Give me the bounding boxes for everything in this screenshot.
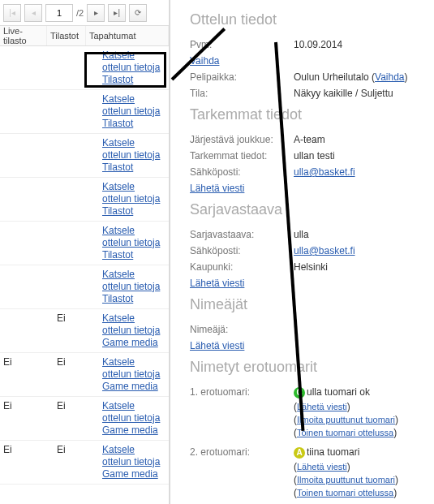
ref2-name: tiina tuomari xyxy=(307,446,359,458)
tilastot-link[interactable]: Tilastot xyxy=(102,162,165,174)
sahkoposti2-label: Sähköposti: xyxy=(190,243,294,259)
cell-live: Ei xyxy=(0,397,54,440)
vaihda-paikka-link[interactable]: Vaihda xyxy=(375,71,404,83)
pager-page-input[interactable] xyxy=(45,4,73,22)
ref2-laheta-link[interactable]: Lähetä viesti xyxy=(297,462,347,472)
cell-actions: Katsele ottelun tietojaTilastot xyxy=(99,222,169,265)
ref1-ilmoita-link[interactable]: Ilmoita puuttunut tuomari xyxy=(297,415,395,424)
cell-tilastot xyxy=(54,178,99,221)
laheta1-link[interactable]: Lähetä viesti xyxy=(190,183,244,194)
tilastot-link[interactable]: Tilastot xyxy=(102,74,165,86)
section-nimeajat: Nimeäjät xyxy=(190,296,426,313)
pager-total: /2 xyxy=(76,8,84,18)
tilastot-link[interactable]: Tilastot xyxy=(102,118,165,130)
table-row: EiEiKatsele ottelun tietojaGame media xyxy=(0,353,169,397)
pelipaikka-value: Oulun Urheilutalo xyxy=(294,71,369,83)
sahkoposti1-link[interactable]: ulla@basket.fi xyxy=(294,166,355,178)
table-body: Katsele ottelun tietojaTilastotKatsele o… xyxy=(0,46,169,485)
pager-refresh-icon[interactable]: ⟳ xyxy=(129,4,147,22)
cell-live xyxy=(0,46,54,89)
tilastot-link[interactable]: Tilastot xyxy=(102,205,165,218)
pager-prev-icon[interactable]: ◂ xyxy=(24,4,42,22)
ref2-ilmoita-link[interactable]: Ilmoita puuttunut tuomari xyxy=(297,475,395,485)
col-tilastot[interactable]: Tilastot xyxy=(47,26,86,45)
pvm-value: 10.09.2014 xyxy=(294,37,426,53)
cell-tilastot xyxy=(54,90,99,133)
nimeaja-label: Nimeäjä: xyxy=(190,321,294,338)
katsele-link[interactable]: Katsele ottelun tietoja xyxy=(102,181,165,205)
pager-last-icon[interactable]: ▸| xyxy=(108,4,126,22)
pager-first-icon[interactable]: |◂ xyxy=(3,4,21,22)
table-row: Katsele ottelun tietojaTilastot xyxy=(0,90,169,134)
ref1-name: ulla tuomari ok xyxy=(307,386,370,398)
katsele-link[interactable]: Katsele ottelun tietoja xyxy=(102,356,165,381)
cell-actions: Katsele ottelun tietojaTilastot xyxy=(99,134,169,177)
cell-actions: Katsele ottelun tietojaGame media xyxy=(99,397,169,440)
cell-actions: Katsele ottelun tietojaTilastot xyxy=(99,265,169,308)
cell-actions: Katsele ottelun tietojaTilastot xyxy=(99,46,169,89)
section-tarkemmat: Tarkemmat tiedot xyxy=(190,106,426,123)
sarjavastaava-label: Sarjavastaava: xyxy=(190,226,294,243)
cell-live xyxy=(0,90,54,133)
ref1-label: 1. erotuomari: xyxy=(190,384,294,439)
col-tapahtumat[interactable]: Tapahtumat xyxy=(86,26,169,45)
ref1-laheta-link[interactable]: Lähetä viesti xyxy=(297,402,347,411)
katsele-link[interactable]: Katsele ottelun tietoja xyxy=(102,312,165,337)
cell-tilastot: Ei xyxy=(54,309,99,352)
cell-live xyxy=(0,222,54,265)
sarjavastaava-value: ulla xyxy=(294,226,426,243)
table-row: Katsele ottelun tietojaTilastot xyxy=(0,178,169,222)
tilastot-link[interactable]: Tilastot xyxy=(102,249,165,261)
vertical-sep xyxy=(170,0,170,504)
cell-actions: Katsele ottelun tietojaTilastot xyxy=(99,178,169,221)
cell-tilastot xyxy=(54,134,99,177)
laheta3-link[interactable]: Lähetä viesti xyxy=(190,340,244,351)
cell-actions: Katsele ottelun tietojaGame media xyxy=(99,441,169,484)
gamemedia-link[interactable]: Game media xyxy=(102,337,165,349)
cell-tilastot: Ei xyxy=(54,397,99,440)
jarjestava-label: Järjestävä joukkue: xyxy=(190,131,294,148)
table-row: Katsele ottelun tietojaTilastot xyxy=(0,46,169,90)
katsele-link[interactable]: Katsele ottelun tietoja xyxy=(102,400,165,424)
katsele-link[interactable]: Katsele ottelun tietoja xyxy=(102,137,165,162)
cell-live xyxy=(0,178,54,221)
cell-tilastot xyxy=(54,46,99,89)
sahkoposti1-label: Sähköposti: xyxy=(190,164,294,180)
gamemedia-link[interactable]: Game media xyxy=(102,381,165,393)
cell-live: Ei xyxy=(0,353,54,396)
gamemedia-link[interactable]: Game media xyxy=(102,424,165,437)
katsele-link[interactable]: Katsele ottelun tietoja xyxy=(102,50,165,74)
ref1-toinen-link[interactable]: Toinen tuomari ottelussa xyxy=(297,428,393,437)
gamemedia-link[interactable]: Game media xyxy=(102,468,165,480)
laheta2-link[interactable]: Lähetä viesti xyxy=(190,278,244,289)
cell-actions: Katsele ottelun tietojaGame media xyxy=(99,353,169,396)
cell-live xyxy=(0,309,54,352)
katsele-link[interactable]: Katsele ottelun tietoja xyxy=(102,269,165,293)
ref2-toinen-link[interactable]: Toinen tuomari ottelussa xyxy=(297,488,393,498)
col-live[interactable]: Live-tilasto xyxy=(0,26,47,45)
cell-tilastot xyxy=(54,265,99,308)
table-row: Katsele ottelun tietojaTilastot xyxy=(0,222,169,265)
section-ottelun: Ottelun tiedot xyxy=(190,11,426,28)
kaupunki-value: Helsinki xyxy=(294,259,426,275)
kaupunki-label: Kaupunki: xyxy=(190,259,294,275)
tark-label: Tarkemmat tiedot: xyxy=(190,148,294,164)
cell-tilastot xyxy=(54,222,99,265)
jarjestava-value: A-team xyxy=(294,131,426,148)
tilastot-link[interactable]: Tilastot xyxy=(102,293,165,305)
section-sarjavastaava: Sarjavastaava xyxy=(190,201,426,218)
sahkoposti2-link[interactable]: ulla@basket.fi xyxy=(294,245,355,256)
tark-value: ullan testi xyxy=(294,148,426,164)
cell-live xyxy=(0,134,54,177)
pager-next-icon[interactable]: ▸ xyxy=(87,4,105,22)
table-row: EiEiKatsele ottelun tietojaGame media xyxy=(0,441,169,485)
katsele-link[interactable]: Katsele ottelun tietoja xyxy=(102,93,165,118)
katsele-link[interactable]: Katsele ottelun tietoja xyxy=(102,444,165,468)
table-row: Katsele ottelun tietojaTilastot xyxy=(0,265,169,309)
cell-actions: Katsele ottelun tietojaTilastot xyxy=(99,90,169,133)
table-header: Live-tilasto Tilastot Tapahtumat xyxy=(0,26,169,46)
cell-live: Ei xyxy=(0,441,54,484)
katsele-link[interactable]: Katsele ottelun tietoja xyxy=(102,225,165,249)
cell-tilastot: Ei xyxy=(54,441,99,484)
table-row: EiKatsele ottelun tietojaGame media xyxy=(0,309,169,353)
